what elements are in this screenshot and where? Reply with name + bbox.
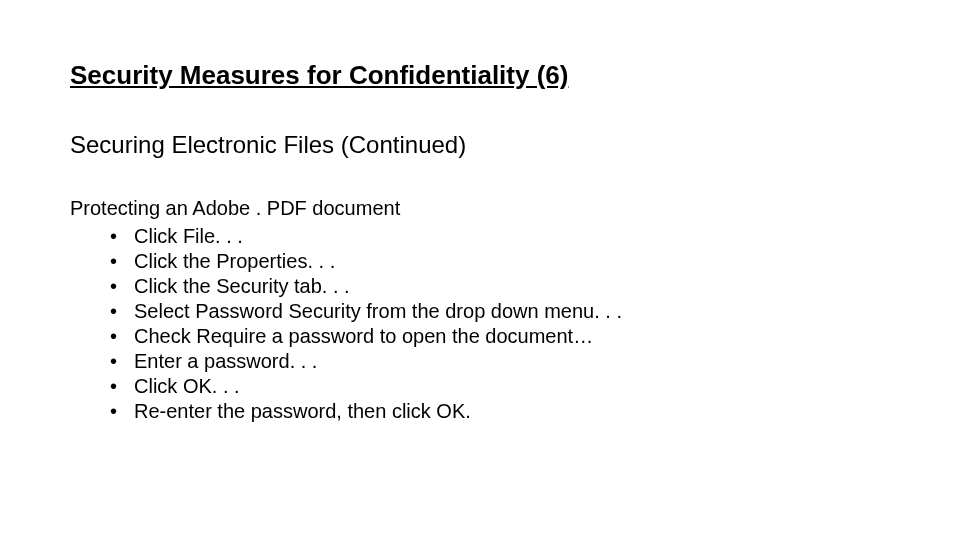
list-item: Click OK. . . (110, 374, 890, 399)
list-item: Click File. . . (110, 224, 890, 249)
slide-subtitle: Securing Electronic Files (Continued) (70, 131, 890, 159)
list-item: Click the Security tab. . . (110, 274, 890, 299)
intro-text: Protecting an Adobe . PDF document (70, 197, 890, 220)
steps-list: Click File. . . Click the Properties. . … (70, 224, 890, 424)
list-item: Click the Properties. . . (110, 249, 890, 274)
list-item: Select Password Security from the drop d… (110, 299, 890, 324)
list-item: Enter a password. . . (110, 349, 890, 374)
slide-title: Security Measures for Confidentiality (6… (70, 60, 890, 91)
list-item: Check Require a password to open the doc… (110, 324, 890, 349)
slide: Security Measures for Confidentiality (6… (0, 0, 960, 540)
list-item: Re-enter the password, then click OK. (110, 399, 890, 424)
